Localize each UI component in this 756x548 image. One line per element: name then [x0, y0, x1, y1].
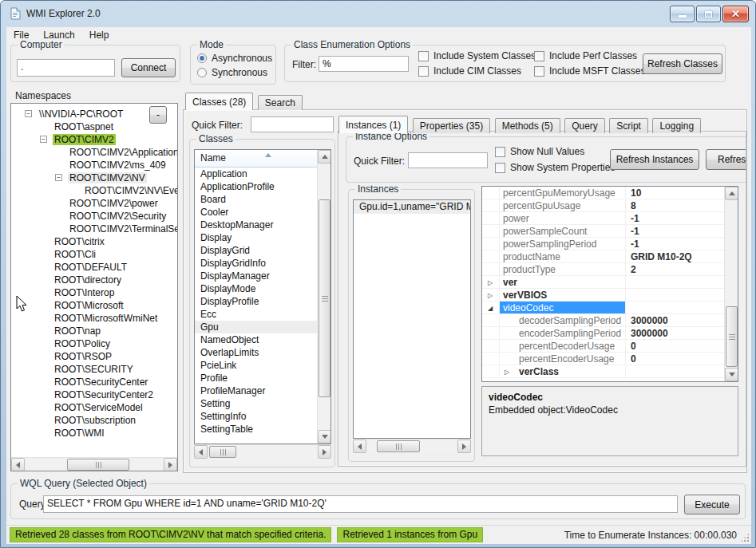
tree-item[interactable]: ROOT\SECURITY: [11, 363, 177, 376]
tree-item[interactable]: ROOT\directory: [11, 274, 177, 286]
tree-item[interactable]: ROOT\Policy: [11, 337, 177, 350]
scroll-right-icon[interactable]: [457, 440, 471, 453]
expander-collapsed-icon[interactable]: ▷: [488, 290, 493, 302]
property-row[interactable]: percentGpuUsage8: [482, 199, 738, 212]
scroll-up-icon[interactable]: [318, 150, 331, 164]
tree-item[interactable]: ROOT\CIMV2\Security: [11, 210, 177, 223]
tree-item[interactable]: ROOT\CIMV2\Applications: [11, 146, 177, 159]
class-item[interactable]: DisplayMode: [195, 282, 331, 295]
tree-item[interactable]: ROOT\Microsoft: [11, 299, 177, 312]
resize-grip[interactable]: [740, 533, 750, 542]
class-item[interactable]: DisplayGrid: [195, 244, 331, 257]
namespaces-collapse-button[interactable]: -: [149, 106, 167, 124]
class-item[interactable]: DesktopManager: [195, 219, 331, 231]
class-item[interactable]: PcieLink: [195, 359, 331, 372]
class-item[interactable]: Setting: [195, 397, 331, 410]
tree-item[interactable]: ROOT\Interop: [11, 286, 177, 299]
instances-list[interactable]: Gpu.id=1,uname="GRID M10-: [353, 199, 471, 439]
scroll-thumb[interactable]: [209, 446, 236, 458]
tree-item[interactable]: ROOT\nap: [11, 325, 177, 337]
tab-properties[interactable]: Properties (35): [413, 118, 490, 133]
scroll-left-icon[interactable]: [353, 440, 366, 453]
maximize-button[interactable]: [696, 6, 721, 22]
connect-button[interactable]: Connect: [121, 58, 176, 77]
property-row[interactable]: percentDecoderUsage0: [482, 340, 738, 353]
expander-collapsed-icon[interactable]: ▷: [488, 277, 493, 290]
expander-collapsed-icon[interactable]: ▷: [505, 366, 509, 379]
property-row[interactable]: productType2: [482, 263, 738, 276]
refresh-classes-button[interactable]: Refresh Classes: [643, 53, 722, 74]
property-grid[interactable]: percentGpuMemoryUsage10 percentGpuUsage8…: [481, 186, 738, 382]
scroll-thumb[interactable]: [726, 306, 738, 367]
asynchronous-radio[interactable]: [197, 53, 207, 63]
scroll-thumb[interactable]: [67, 459, 129, 471]
title-bar[interactable]: WMI Explorer 2.0 ✕: [1, 1, 755, 27]
query-input[interactable]: SELECT * FROM Gpu WHERE id=1 AND uname='…: [43, 495, 678, 513]
instance-quick-filter-input[interactable]: [408, 152, 488, 168]
class-item[interactable]: DisplayProfile: [195, 295, 331, 308]
close-button[interactable]: ✕: [722, 6, 749, 22]
property-row[interactable]: ▷verVBIOS: [482, 289, 738, 302]
property-row[interactable]: decoderSamplingPeriod3000000: [482, 314, 738, 327]
refresh-instances-button[interactable]: Refresh Instances: [610, 149, 699, 170]
menu-help[interactable]: Help: [82, 27, 117, 43]
class-item[interactable]: Application: [195, 168, 331, 180]
show-system-properties-checkbox[interactable]: [495, 163, 505, 173]
tree-item[interactable]: ROOT\MicrosoftWmiNet: [11, 312, 177, 325]
tree-item[interactable]: ROOT\SecurityCenter2: [11, 388, 177, 401]
tree-item[interactable]: ROOT\WMI: [11, 427, 177, 440]
collapse-expander-icon[interactable]: −: [55, 174, 62, 181]
scroll-thumb[interactable]: [377, 440, 420, 452]
class-item[interactable]: ApplicationProfile: [195, 180, 331, 193]
tab-query[interactable]: Query: [564, 118, 605, 133]
tree-item[interactable]: ROOT\subscription: [11, 414, 177, 427]
property-row[interactable]: percentGpuMemoryUsage10: [482, 187, 738, 199]
include-perf-classes-checkbox[interactable]: [534, 51, 544, 61]
instance-item-selected[interactable]: Gpu.id=1,uname="GRID M10-: [354, 200, 470, 214]
property-row[interactable]: encoderSamplingPeriod3000000: [482, 327, 738, 340]
tab-logging[interactable]: Logging: [652, 118, 701, 133]
execute-button[interactable]: Execute: [684, 495, 740, 514]
classes-list-header[interactable]: Name: [195, 150, 331, 168]
class-item[interactable]: SettingTable: [195, 423, 331, 436]
class-item[interactable]: OverlapLimits: [195, 346, 331, 359]
scroll-down-icon[interactable]: [725, 368, 738, 381]
minimize-button[interactable]: [670, 6, 695, 22]
property-row[interactable]: productNameGRID M10-2Q: [482, 250, 738, 263]
tree-item[interactable]: ROOT\CIMV2\power: [11, 197, 177, 210]
tree-item[interactable]: ROOT\Cli: [11, 248, 177, 261]
include-cim-classes-checkbox[interactable]: [418, 66, 429, 77]
tree-item[interactable]: ROOT\CIMV2\NV\Ever: [11, 184, 177, 197]
tree-item[interactable]: ROOT\ServiceModel: [11, 401, 177, 414]
refresh-object-button[interactable]: Refresh Ob: [706, 149, 746, 170]
tab-classes[interactable]: Classes (28): [185, 93, 253, 110]
property-row[interactable]: verClass▷: [482, 365, 738, 378]
collapse-expander-icon[interactable]: −: [25, 110, 32, 117]
tree-item[interactable]: ROOT\RSOP: [11, 350, 177, 363]
scroll-right-icon[interactable]: [164, 458, 177, 471]
scroll-down-icon[interactable]: [318, 430, 331, 444]
classes-hscrollbar[interactable]: [194, 444, 331, 458]
scroll-up-icon[interactable]: [725, 187, 738, 200]
expander-expanded-icon[interactable]: ◢: [488, 302, 493, 315]
collapse-expander-icon[interactable]: −: [40, 136, 47, 143]
class-item[interactable]: SettingInfo: [195, 410, 331, 423]
class-item[interactable]: Display: [195, 231, 331, 244]
scroll-right-icon[interactable]: [318, 445, 331, 459]
property-row[interactable]: power-1: [482, 212, 738, 225]
scroll-left-icon[interactable]: [11, 458, 25, 471]
class-item[interactable]: Board: [195, 193, 331, 206]
class-item[interactable]: NamedObject: [195, 333, 331, 346]
property-row[interactable]: percentEncoderUsage0: [482, 353, 738, 365]
tree-item[interactable]: ROOT\CIMV2\TerminalServ: [11, 223, 177, 235]
property-row[interactable]: powerSamplingPeriod-1: [482, 238, 738, 250]
tree-item[interactable]: ROOT\CIMV2\ms_409: [11, 159, 177, 171]
tree-item[interactable]: ROOT\SecurityCenter: [11, 376, 177, 388]
show-null-values-checkbox[interactable]: [495, 147, 505, 157]
class-item[interactable]: DisplayManager: [195, 270, 331, 282]
namespaces-tree[interactable]: −\\NVIDIA-PC\ROOT ROOT\aspnet −ROOT\CIMV…: [10, 103, 178, 471]
property-row[interactable]: powerSampleCount-1: [482, 225, 738, 238]
tree-item-active-namespace[interactable]: −ROOT\CIMV2\NV: [11, 171, 177, 184]
property-row-selected[interactable]: ◢videoCodec: [482, 302, 738, 314]
class-item[interactable]: Ecc: [195, 308, 331, 321]
